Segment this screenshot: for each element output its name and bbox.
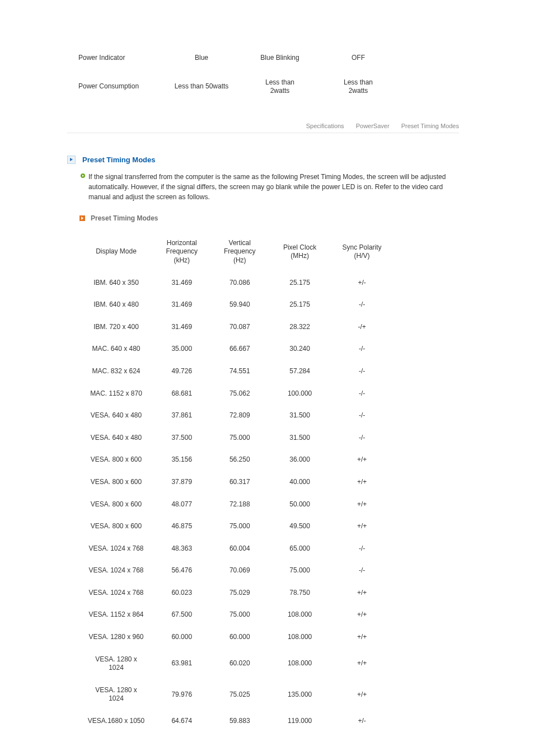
- cell-sync: -/-: [331, 427, 393, 449]
- row-label: Power Consumption: [78, 71, 162, 104]
- cell-pclk: 25.175: [269, 294, 331, 316]
- sub-heading: Preset Timing Modes: [79, 214, 467, 222]
- cell-hfreq: 37.500: [153, 427, 211, 449]
- cell-pclk: 108.000: [269, 626, 331, 649]
- cell-vfreq: 75.000: [211, 515, 269, 538]
- cell-mode: VESA. 640 x 480: [79, 405, 153, 427]
- cell-sync: -/-: [331, 405, 393, 427]
- cell-hfreq: 48.077: [153, 494, 211, 516]
- cell-vfreq: 75.000: [211, 427, 269, 449]
- col-sync: Sync Polarity(H/V): [331, 232, 393, 272]
- cell-sync: -/-: [331, 338, 393, 360]
- section-links: Specifications PowerSaver Preset Timing …: [67, 123, 459, 133]
- table-row: VESA. 1280 x102479.97675.025135.000+/+: [79, 679, 393, 710]
- table-row: Power Consumption Less than 50watts Less…: [78, 71, 397, 104]
- cell-mode: VESA. 800 x 600: [79, 471, 153, 494]
- arrow-right-icon: [67, 156, 76, 164]
- table-row: VESA. 1280 x102463.98160.020108.000+/+: [79, 649, 393, 679]
- table-row: VESA. 800 x 60046.87575.00049.500+/+: [79, 515, 393, 538]
- cell-hfreq: 37.879: [153, 471, 211, 494]
- cell-hfreq: 56.476: [153, 560, 211, 582]
- cell-mode: VESA.1680 x 1050: [79, 710, 153, 732]
- section-title: Preset Timing Modes: [82, 156, 156, 164]
- table-row: VESA. 1024 x 76860.02375.02978.750+/+: [79, 582, 393, 604]
- table-row: VESA.1680 x 105064.67459.883119.000+/-: [79, 710, 393, 732]
- col-pclk: Pixel Clock(MHz): [269, 232, 331, 272]
- table-row: VESA. 800 x 60037.87960.31740.000+/+: [79, 471, 393, 494]
- cell-vfreq: 66.667: [211, 338, 269, 360]
- cell-hfreq: 31.469: [153, 316, 211, 339]
- link-powersaver[interactable]: PowerSaver: [356, 123, 390, 129]
- cell-mode: VESA. 1024 x 768: [79, 560, 153, 582]
- cell-hfreq: 46.875: [153, 515, 211, 538]
- section-body: If the signal transferred from the compu…: [88, 172, 447, 202]
- cell-sync: -/+: [331, 316, 393, 339]
- cell-pclk: 31.500: [269, 405, 331, 427]
- table-row: VESA. 1024 x 76856.47670.06975.000-/-: [79, 560, 393, 582]
- cell-vfreq: 59.883: [211, 710, 269, 732]
- cell-sync: -/-: [331, 383, 393, 405]
- cell-hfreq: 31.469: [153, 294, 211, 316]
- cell-pclk: 25.175: [269, 272, 331, 294]
- cell-hfreq: 67.500: [153, 604, 211, 626]
- cell-hfreq: 64.674: [153, 710, 211, 732]
- cell-vfreq: 75.000: [211, 604, 269, 626]
- cell-hfreq: 79.976: [153, 679, 211, 710]
- cell-vfreq: 72.809: [211, 405, 269, 427]
- cell-mode: VESA. 1280 x 960: [79, 626, 153, 649]
- table-row: VESA. 640 x 48037.86172.80931.500-/-: [79, 405, 393, 427]
- cell-mode: MAC. 1152 x 870: [79, 383, 153, 405]
- cell-sync: +/+: [331, 582, 393, 604]
- cell-vfreq: 60.004: [211, 538, 269, 560]
- cell-mode: VESA. 1024 x 768: [79, 538, 153, 560]
- cell-mode: IBM. 640 x 350: [79, 272, 153, 294]
- cell-vfreq: 75.029: [211, 582, 269, 604]
- power-table: Power Indicator Blue Blue Blinking OFF P…: [78, 46, 397, 104]
- cell-pclk: 65.000: [269, 538, 331, 560]
- cell-sync: -/-: [331, 538, 393, 560]
- cell-sync: +/+: [331, 494, 393, 516]
- cell-hfreq: 35.000: [153, 338, 211, 360]
- cell-hfreq: 49.726: [153, 360, 211, 383]
- cell-hfreq: 63.981: [153, 649, 211, 679]
- table-row: MAC. 1152 x 87068.68175.062100.000-/-: [79, 383, 393, 405]
- cell: OFF: [319, 46, 397, 71]
- table-row: VESA. 1152 x 86467.50075.000108.000+/+: [79, 604, 393, 626]
- cell: Less than 50watts: [162, 71, 241, 104]
- cell: Less than2watts: [241, 71, 319, 104]
- arrow-right-icon: [79, 215, 85, 221]
- cell-sync: -/-: [331, 560, 393, 582]
- cell-sync: +/+: [331, 649, 393, 679]
- table-row: Power Indicator Blue Blue Blinking OFF: [78, 46, 397, 71]
- table-row: VESA. 800 x 60035.15656.25036.000+/+: [79, 449, 393, 471]
- cell-mode: MAC. 832 x 624: [79, 360, 153, 383]
- link-specifications[interactable]: Specifications: [306, 123, 344, 129]
- cell-pclk: 119.000: [269, 710, 331, 732]
- cell-pclk: 40.000: [269, 471, 331, 494]
- cell-hfreq: 60.000: [153, 626, 211, 649]
- cell-mode: VESA. 1280 x1024: [79, 649, 153, 679]
- cell-mode: IBM. 640 x 480: [79, 294, 153, 316]
- link-preset-timing-modes[interactable]: Preset Timing Modes: [401, 123, 459, 129]
- cell-hfreq: 68.681: [153, 383, 211, 405]
- cell-mode: VESA. 640 x 480: [79, 427, 153, 449]
- cell-hfreq: 60.023: [153, 582, 211, 604]
- cell-pclk: 100.000: [269, 383, 331, 405]
- cell-sync: +/+: [331, 515, 393, 538]
- table-row: IBM. 640 x 48031.46959.94025.175-/-: [79, 294, 393, 316]
- cell-pclk: 36.000: [269, 449, 331, 471]
- table-row: MAC. 640 x 48035.00066.66730.240-/-: [79, 338, 393, 360]
- cell-pclk: 108.000: [269, 604, 331, 626]
- cell-mode: VESA. 800 x 600: [79, 449, 153, 471]
- cell-mode: VESA. 1152 x 864: [79, 604, 153, 626]
- table-row: VESA. 640 x 48037.50075.00031.500-/-: [79, 427, 393, 449]
- cell-sync: +/-: [331, 710, 393, 732]
- cell-pclk: 49.500: [269, 515, 331, 538]
- col-display-mode: Display Mode: [79, 232, 153, 272]
- col-vfreq: VerticalFrequency(Hz): [211, 232, 269, 272]
- cell-vfreq: 70.086: [211, 272, 269, 294]
- cell-pclk: 28.322: [269, 316, 331, 339]
- cell-vfreq: 59.940: [211, 294, 269, 316]
- cell-sync: +/+: [331, 604, 393, 626]
- cell-pclk: 75.000: [269, 560, 331, 582]
